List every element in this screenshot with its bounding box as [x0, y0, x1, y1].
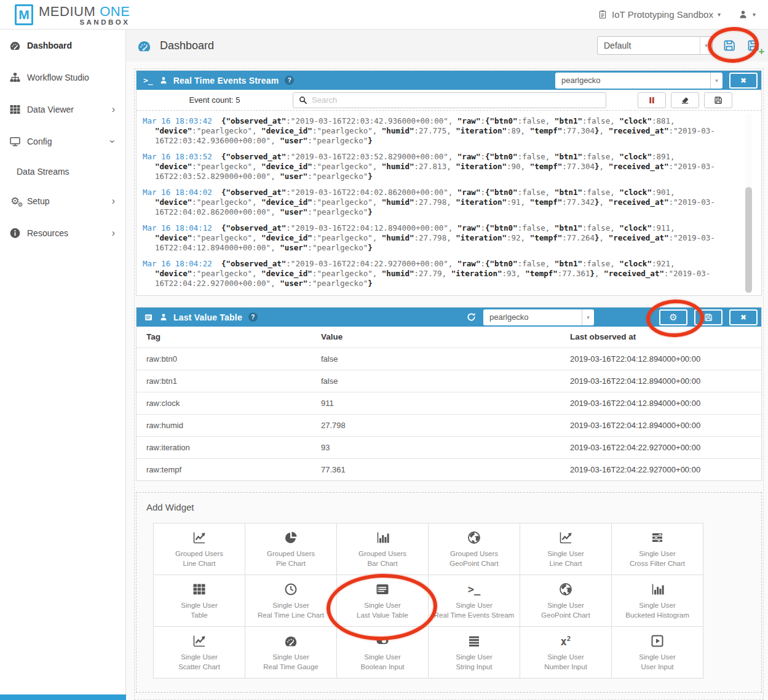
events-device-select[interactable]: pearlgecko ▾	[555, 73, 722, 89]
chevron-down-icon: ›	[107, 140, 117, 143]
widget-option-label: Single UserNumber Input	[544, 652, 587, 672]
save-stream-button[interactable]	[704, 92, 732, 108]
main-area: Dashboard Default ▾ +	[126, 30, 768, 700]
add-widget-single-user-real-time-gauge[interactable]: Single UserReal Time Gauge	[245, 627, 337, 678]
help-icon[interactable]: ?	[285, 76, 294, 85]
widget-option-label: Grouped UsersPie Chart	[267, 549, 315, 568]
add-widget-single-user-boolean-input[interactable]: Single UserBoolean Input	[337, 627, 429, 678]
sidebar-item-data-viewer[interactable]: Data Viewer›	[0, 93, 125, 125]
close-icon: ✖	[740, 314, 746, 321]
table-cell: 2019-03-16T22:04:12.894000+00:00	[570, 348, 761, 370]
add-widget-grouped-users-line-chart[interactable]: Grouped UsersLine Chart	[154, 523, 245, 575]
globe-icon	[465, 530, 483, 546]
sidebar-item-resources[interactable]: Resources›	[0, 217, 125, 249]
table-cell: raw:iteration	[137, 436, 321, 458]
close-last-value-widget-button[interactable]: ✖	[729, 309, 758, 325]
save-dashboard-button[interactable]	[722, 38, 737, 53]
save-as-new-dashboard-button[interactable]: +	[746, 38, 761, 53]
widget-option-label: Single UserReal Time Line Chart	[258, 600, 324, 620]
hlines-icon	[465, 633, 483, 649]
gauge-icon	[282, 633, 300, 649]
add-widget-label: Add Widget	[146, 502, 761, 512]
help-icon[interactable]: ?	[248, 312, 258, 322]
add-widget-grouped-users-geopoint-chart[interactable]: Grouped UsersGeoPoint Chart	[429, 523, 520, 575]
sidebar-item-config[interactable]: Config›	[0, 125, 125, 157]
table-cell: raw:btn0	[137, 348, 321, 370]
column-header-tag: Tag	[137, 327, 321, 348]
add-widget-single-user-last-value-table[interactable]: Single UserLast Value Table	[337, 575, 429, 627]
widget-option-label: Single UserReal Time Gauge	[263, 652, 319, 672]
add-widget-grouped-users-bar-chart[interactable]: Grouped UsersBar Chart	[337, 523, 429, 575]
sidebar-item-setup[interactable]: ⚙⚙Setup›	[0, 185, 125, 217]
dashboard-content: >_ Real Time Events Stream ? pearlgecko …	[134, 68, 764, 700]
chevron-down-icon: ▾	[700, 37, 712, 54]
scrollbar-thumb[interactable]	[745, 187, 752, 293]
log-timestamp: Mar 16 18:04:02	[143, 188, 212, 197]
add-widget-single-user-cross-filter-chart[interactable]: Single UserCross Filter Chart	[612, 523, 703, 575]
widget-option-label: Grouped UsersBar Chart	[358, 549, 406, 568]
add-widget-single-user-bucketed-histogram[interactable]: Single UserBucketed Histogram	[612, 575, 703, 627]
widget-title: Last Value Table	[173, 312, 242, 322]
log-entry: Mar 16 18:04:22 {"observed_at":"2019-03-…	[143, 259, 715, 288]
pause-icon	[647, 95, 657, 105]
sidebar-item-data-streams[interactable]: Data Streams	[0, 157, 125, 185]
brand-logo[interactable]: M MEDIUM ONE SANDBOX	[15, 4, 130, 26]
add-widget-single-user-real-time-events-stream[interactable]: >_Single UserReal Time Events Stream	[429, 575, 520, 627]
widget-option-label: Grouped UsersGeoPoint Chart	[449, 549, 498, 568]
sidebar-item-label: Setup	[27, 196, 50, 206]
widget-option-label: Single UserBucketed Histogram	[625, 600, 689, 620]
sidebar-item-label: Data Viewer	[27, 105, 74, 114]
add-widget-single-user-table[interactable]: Single UserTable	[154, 575, 245, 627]
brand-accent: ONE	[100, 4, 130, 20]
user-icon	[159, 76, 168, 85]
table-cell: false	[321, 348, 570, 370]
table-cell: raw:humid	[137, 414, 321, 436]
widget-option-label: Single UserTable	[181, 600, 217, 620]
events-widget-toolbar: Event count: 5	[137, 90, 761, 111]
table-cell: 2019-03-16T22:04:12.894000+00:00	[570, 414, 761, 436]
add-widget-single-user-scatter-chart[interactable]: Single UserScatter Chart	[154, 627, 245, 678]
logo-text: MEDIUM ONE SANDBOX	[39, 4, 130, 26]
add-widget-panel: Add Widget Grouped UsersLine ChartGroupe…	[136, 492, 762, 693]
add-widget-single-user-geopoint-chart[interactable]: Single UserGeoPoint Chart	[520, 575, 612, 627]
close-events-widget-button[interactable]: ✖	[729, 73, 758, 89]
widget-option-label: Single UserScatter Chart	[178, 652, 220, 672]
widget-settings-button[interactable]: ⚙	[659, 309, 687, 325]
pause-stream-button[interactable]	[638, 92, 666, 108]
last-value-table-widget: Last Value Table ? pearlgecko ▾ ⚙	[136, 307, 762, 481]
line-icon	[190, 530, 208, 546]
event-count: Event count: 5	[137, 95, 293, 105]
gauge-icon	[9, 39, 22, 52]
environment-dropdown[interactable]: IoT Prototyping Sandbox ▾	[598, 9, 721, 20]
widget-option-label: Single UserUser Input	[639, 652, 675, 672]
dashboard-select[interactable]: Default ▾	[597, 36, 713, 55]
add-widget-single-user-line-chart[interactable]: Single UserLine Chart	[520, 523, 612, 575]
brand-sub: SANDBOX	[79, 18, 130, 26]
add-widget-single-user-user-input[interactable]: Single UserUser Input	[612, 627, 703, 678]
sitemap-icon	[9, 71, 22, 84]
table-row: raw:btn1false2019-03-16T22:04:12.894000+…	[137, 370, 761, 392]
user-menu[interactable]: ▾	[738, 9, 756, 20]
listtable-icon	[373, 581, 392, 597]
close-icon: ✖	[740, 77, 746, 84]
add-widget-single-user-string-input[interactable]: Single UserString Input	[429, 627, 520, 678]
sidebar-item-workflow-studio[interactable]: Workflow Studio	[0, 62, 125, 93]
add-widget-grouped-users-pie-chart[interactable]: Grouped UsersPie Chart	[245, 523, 337, 575]
chevron-down-icon: ▾	[753, 11, 756, 18]
sidebar-item-dashboard[interactable]: Dashboard	[0, 30, 125, 62]
clear-stream-button[interactable]	[671, 92, 699, 108]
add-widget-single-user-number-input[interactable]: x2Single UserNumber Input	[520, 627, 612, 678]
widget-title: Real Time Events Stream	[173, 76, 279, 86]
table-row: raw:humid27.7982019-03-16T22:04:12.89400…	[137, 414, 761, 436]
save-widget-button[interactable]	[694, 309, 722, 325]
gear-icon: ⚙	[669, 312, 677, 322]
table-cell: raw:btn1	[137, 370, 321, 392]
refresh-icon[interactable]	[466, 312, 477, 322]
last-value-device-select[interactable]: pearlgecko ▾	[483, 309, 594, 325]
info-icon	[9, 227, 22, 239]
search-input[interactable]	[312, 95, 606, 105]
add-widget-single-user-real-time-line-chart[interactable]: Single UserReal Time Line Chart	[245, 575, 337, 627]
page: M MEDIUM ONE SANDBOX IoT Prototyping San…	[0, 0, 768, 700]
widget-option-label: Single UserReal Time Events Stream	[434, 600, 514, 620]
pie-icon	[282, 530, 300, 546]
